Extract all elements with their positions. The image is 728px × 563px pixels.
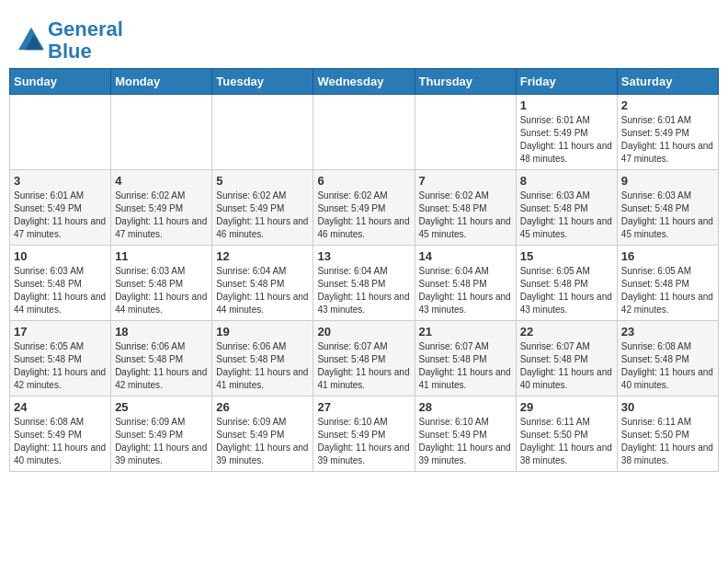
calendar-cell: 1Sunrise: 6:01 AM Sunset: 5:49 PM Daylig… [516, 95, 617, 170]
calendar-cell: 22Sunrise: 6:07 AM Sunset: 5:48 PM Dayli… [516, 321, 617, 396]
cell-info: Sunrise: 6:01 AM Sunset: 5:49 PM Dayligh… [520, 114, 613, 166]
calendar-cell: 21Sunrise: 6:07 AM Sunset: 5:48 PM Dayli… [415, 321, 516, 396]
day-number: 11 [115, 249, 208, 263]
day-number: 10 [14, 249, 107, 263]
cell-info: Sunrise: 6:03 AM Sunset: 5:48 PM Dayligh… [621, 190, 714, 241]
cell-info: Sunrise: 6:05 AM Sunset: 5:48 PM Dayligh… [520, 265, 613, 316]
cell-info: Sunrise: 6:10 AM Sunset: 5:49 PM Dayligh… [317, 416, 410, 467]
day-number: 24 [14, 400, 107, 414]
cell-info: Sunrise: 6:03 AM Sunset: 5:48 PM Dayligh… [14, 265, 107, 316]
cell-info: Sunrise: 6:01 AM Sunset: 5:49 PM Dayligh… [621, 114, 714, 166]
day-number: 18 [115, 325, 208, 339]
day-number: 22 [520, 325, 613, 339]
weekday-header: Sunday [10, 69, 111, 95]
calendar-cell: 2Sunrise: 6:01 AM Sunset: 5:49 PM Daylig… [617, 95, 718, 170]
cell-info: Sunrise: 6:04 AM Sunset: 5:48 PM Dayligh… [317, 265, 410, 316]
weekday-header-row: SundayMondayTuesdayWednesdayThursdayFrid… [10, 69, 719, 95]
calendar-cell: 8Sunrise: 6:03 AM Sunset: 5:48 PM Daylig… [516, 170, 617, 246]
cell-info: Sunrise: 6:06 AM Sunset: 5:48 PM Dayligh… [216, 340, 309, 392]
calendar-cell [10, 95, 111, 170]
calendar-cell: 26Sunrise: 6:09 AM Sunset: 5:49 PM Dayli… [212, 396, 313, 472]
calendar-cell: 18Sunrise: 6:06 AM Sunset: 5:48 PM Dayli… [111, 321, 212, 396]
calendar-cell: 20Sunrise: 6:07 AM Sunset: 5:48 PM Dayli… [313, 321, 415, 396]
calendar-cell [212, 95, 313, 170]
page-header: General Blue [9, 9, 719, 68]
calendar-cell: 11Sunrise: 6:03 AM Sunset: 5:48 PM Dayli… [111, 246, 212, 321]
cell-info: Sunrise: 6:09 AM Sunset: 5:49 PM Dayligh… [216, 416, 309, 467]
calendar-cell: 4Sunrise: 6:02 AM Sunset: 5:49 PM Daylig… [111, 170, 212, 246]
calendar-cell: 25Sunrise: 6:09 AM Sunset: 5:49 PM Dayli… [111, 396, 212, 472]
calendar-week-row: 3Sunrise: 6:01 AM Sunset: 5:49 PM Daylig… [10, 170, 719, 246]
day-number: 5 [216, 174, 309, 188]
cell-info: Sunrise: 6:07 AM Sunset: 5:48 PM Dayligh… [317, 340, 410, 392]
weekday-header: Thursday [415, 69, 516, 95]
cell-info: Sunrise: 6:05 AM Sunset: 5:48 PM Dayligh… [621, 265, 714, 316]
cell-info: Sunrise: 6:03 AM Sunset: 5:48 PM Dayligh… [115, 265, 208, 316]
calendar-week-row: 10Sunrise: 6:03 AM Sunset: 5:48 PM Dayli… [10, 246, 719, 321]
weekday-header: Saturday [617, 69, 718, 95]
calendar-cell: 30Sunrise: 6:11 AM Sunset: 5:50 PM Dayli… [617, 396, 718, 472]
weekday-header: Friday [516, 69, 617, 95]
weekday-header: Monday [111, 69, 212, 95]
cell-info: Sunrise: 6:10 AM Sunset: 5:49 PM Dayligh… [419, 416, 512, 467]
cell-info: Sunrise: 6:11 AM Sunset: 5:50 PM Dayligh… [621, 416, 714, 467]
cell-info: Sunrise: 6:01 AM Sunset: 5:49 PM Dayligh… [14, 190, 107, 241]
calendar-cell: 3Sunrise: 6:01 AM Sunset: 5:49 PM Daylig… [10, 170, 111, 246]
day-number: 23 [621, 325, 714, 339]
cell-info: Sunrise: 6:02 AM Sunset: 5:49 PM Dayligh… [216, 190, 309, 241]
calendar-cell: 7Sunrise: 6:02 AM Sunset: 5:48 PM Daylig… [415, 170, 516, 246]
cell-info: Sunrise: 6:11 AM Sunset: 5:50 PM Dayligh… [520, 416, 613, 467]
calendar-cell: 19Sunrise: 6:06 AM Sunset: 5:48 PM Dayli… [212, 321, 313, 396]
calendar-cell: 13Sunrise: 6:04 AM Sunset: 5:48 PM Dayli… [313, 246, 415, 321]
day-number: 19 [216, 325, 309, 339]
cell-info: Sunrise: 6:06 AM Sunset: 5:48 PM Dayligh… [115, 340, 208, 392]
calendar-cell: 15Sunrise: 6:05 AM Sunset: 5:48 PM Dayli… [516, 246, 617, 321]
day-number: 3 [14, 174, 107, 188]
cell-info: Sunrise: 6:04 AM Sunset: 5:48 PM Dayligh… [216, 265, 309, 316]
logo: General Blue [18, 18, 123, 63]
cell-info: Sunrise: 6:07 AM Sunset: 5:48 PM Dayligh… [419, 340, 512, 392]
logo-icon [18, 26, 44, 52]
day-number: 2 [621, 98, 714, 112]
cell-info: Sunrise: 6:07 AM Sunset: 5:48 PM Dayligh… [520, 340, 613, 392]
day-number: 12 [216, 249, 309, 263]
calendar-cell: 24Sunrise: 6:08 AM Sunset: 5:49 PM Dayli… [10, 396, 111, 472]
calendar-cell: 10Sunrise: 6:03 AM Sunset: 5:48 PM Dayli… [10, 246, 111, 321]
day-number: 17 [14, 325, 107, 339]
day-number: 6 [317, 174, 410, 188]
cell-info: Sunrise: 6:08 AM Sunset: 5:49 PM Dayligh… [14, 416, 107, 467]
cell-info: Sunrise: 6:04 AM Sunset: 5:48 PM Dayligh… [419, 265, 512, 316]
day-number: 29 [520, 400, 613, 414]
calendar-cell [111, 95, 212, 170]
calendar-cell [415, 95, 516, 170]
cell-info: Sunrise: 6:02 AM Sunset: 5:49 PM Dayligh… [317, 190, 410, 241]
day-number: 8 [520, 174, 613, 188]
logo-text: General Blue [48, 18, 123, 63]
cell-info: Sunrise: 6:08 AM Sunset: 5:48 PM Dayligh… [621, 340, 714, 392]
day-number: 20 [317, 325, 410, 339]
day-number: 21 [419, 325, 512, 339]
day-number: 16 [621, 249, 714, 263]
calendar-week-row: 1Sunrise: 6:01 AM Sunset: 5:49 PM Daylig… [10, 95, 719, 170]
day-number: 9 [621, 174, 714, 188]
calendar-cell [313, 95, 415, 170]
day-number: 25 [115, 400, 208, 414]
cell-info: Sunrise: 6:02 AM Sunset: 5:48 PM Dayligh… [419, 190, 512, 241]
day-number: 28 [419, 400, 512, 414]
calendar-table: SundayMondayTuesdayWednesdayThursdayFrid… [9, 68, 719, 472]
calendar-cell: 12Sunrise: 6:04 AM Sunset: 5:48 PM Dayli… [212, 246, 313, 321]
day-number: 15 [520, 249, 613, 263]
calendar-cell: 6Sunrise: 6:02 AM Sunset: 5:49 PM Daylig… [313, 170, 415, 246]
day-number: 13 [317, 249, 410, 263]
calendar-cell: 28Sunrise: 6:10 AM Sunset: 5:49 PM Dayli… [415, 396, 516, 472]
day-number: 14 [419, 249, 512, 263]
calendar-cell: 14Sunrise: 6:04 AM Sunset: 5:48 PM Dayli… [415, 246, 516, 321]
calendar-cell: 17Sunrise: 6:05 AM Sunset: 5:48 PM Dayli… [10, 321, 111, 396]
calendar-week-row: 17Sunrise: 6:05 AM Sunset: 5:48 PM Dayli… [10, 321, 719, 396]
calendar-week-row: 24Sunrise: 6:08 AM Sunset: 5:49 PM Dayli… [10, 396, 719, 472]
weekday-header: Tuesday [212, 69, 313, 95]
day-number: 1 [520, 98, 613, 112]
calendar-body: 1Sunrise: 6:01 AM Sunset: 5:49 PM Daylig… [10, 95, 719, 472]
calendar-cell: 27Sunrise: 6:10 AM Sunset: 5:49 PM Dayli… [313, 396, 415, 472]
day-number: 26 [216, 400, 309, 414]
